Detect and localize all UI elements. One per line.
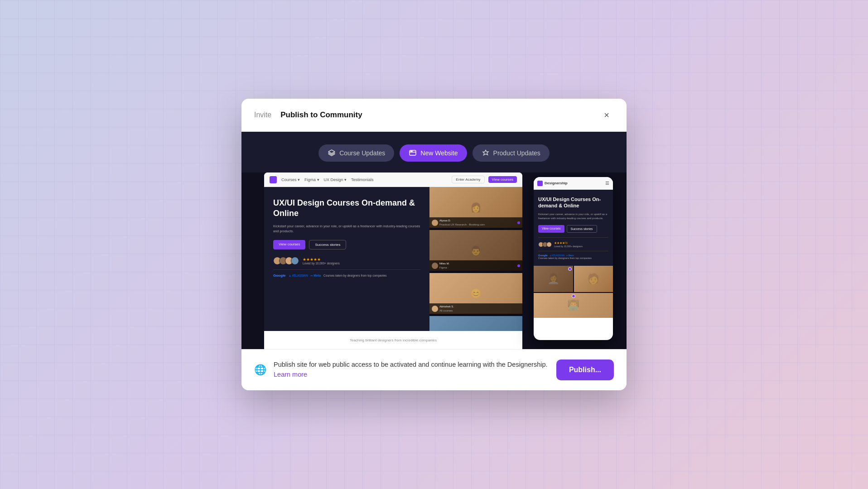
mobile-photo-cell-1: 👩‍💼 bbox=[534, 266, 573, 292]
mockup-hero-title: UX/UI Design Courses On-demand & Online bbox=[273, 198, 420, 219]
avatar-4 bbox=[291, 257, 299, 265]
mobile-photo-cell-2: 🧑 bbox=[574, 266, 613, 292]
avatar-group bbox=[273, 257, 299, 265]
close-button[interactable]: × bbox=[599, 108, 614, 122]
modal-title: Publish to Community bbox=[280, 110, 362, 120]
mobile-mockup: Designership ☰ UX/UI Design Courses On-d… bbox=[534, 177, 613, 340]
product-updates-icon bbox=[482, 149, 490, 157]
photo-badge-1 bbox=[568, 267, 572, 271]
user-photo-1: 👩 Alyssa D. Practical UX Research · Book… bbox=[429, 187, 522, 228]
mobile-navbar: Designership ☰ bbox=[534, 177, 613, 190]
product-updates-label: Product Updates bbox=[493, 149, 540, 157]
footer-description: Publish site for web public access to be… bbox=[274, 360, 549, 380]
company-logos: Google ▲ ATLASSIAN ∞ Meta Courses taken … bbox=[273, 269, 420, 278]
new-website-icon bbox=[409, 149, 417, 157]
atlassian-logo: ▲ ATLASSIAN bbox=[289, 274, 308, 277]
mockup-logo bbox=[270, 176, 277, 183]
user-photo-2: 👨 Miles M. Figma · bbox=[429, 230, 522, 271]
publish-modal: Invite Publish to Community × Course Upd… bbox=[241, 99, 627, 390]
meta-logo: ∞ Meta bbox=[310, 274, 321, 277]
mockup-hero-right: 👩 Alyssa D. Practical UX Research · Book… bbox=[429, 187, 522, 349]
modal-content-area: Course Updates New Website bbox=[241, 132, 627, 349]
modal-footer: 🌐 Publish site for web public access to … bbox=[241, 349, 627, 390]
mobile-buttons: View courses Success stories bbox=[538, 225, 608, 233]
tab-new-website[interactable]: New Website bbox=[400, 144, 467, 162]
mobile-company-logos: Google ▲ATLASSIAN ∞ Meta bbox=[538, 251, 608, 257]
tab-product-updates[interactable]: Product Updates bbox=[473, 144, 550, 162]
modal-header: Invite Publish to Community × bbox=[241, 99, 627, 132]
mockup-nav-right: Enter Academy View courses bbox=[452, 176, 517, 183]
svg-point-2 bbox=[412, 151, 412, 151]
google-logo: Google bbox=[273, 273, 286, 278]
desktop-mockup: Courses ▾ Figma ▾ UX Design ▾ Testimonia… bbox=[264, 173, 522, 349]
mobile-photo-grid: 👩‍💼 🧑 👨‍💻 bbox=[534, 266, 613, 318]
course-updates-label: Course Updates bbox=[339, 149, 385, 157]
tab-bar: Course Updates New Website bbox=[241, 144, 627, 173]
mobile-social-proof: ★★★★½ Loved by 10,000+ designers bbox=[538, 237, 608, 248]
invite-tab[interactable]: Invite bbox=[254, 111, 271, 119]
mobile-hero-subtitle: Kickstart your career, advance in your r… bbox=[538, 212, 608, 221]
mobile-company-text: Courses taken by designers from top comp… bbox=[538, 257, 608, 259]
mobile-atlassian: ▲ATLASSIAN bbox=[550, 254, 564, 257]
star-rating: ★★★★★ Loved by 10,000+ designers bbox=[303, 257, 340, 265]
svg-point-1 bbox=[411, 151, 411, 151]
mob-avatar-3 bbox=[546, 242, 552, 247]
mobile-avatar-group bbox=[538, 242, 552, 247]
publish-button[interactable]: Publish... bbox=[556, 360, 614, 380]
social-proof: ★★★★★ Loved by 10,000+ designers bbox=[273, 257, 420, 265]
mobile-hero-title: UX/UI Design Courses On-demand & Online bbox=[538, 196, 608, 209]
mobile-meta: ∞ Meta bbox=[566, 254, 574, 257]
nav-testimonials: Testimonials bbox=[351, 177, 374, 182]
view-courses-btn: View courses bbox=[488, 176, 517, 183]
mobile-hamburger: ☰ bbox=[605, 181, 609, 186]
success-stories-btn: Success stories bbox=[309, 240, 346, 249]
mockup-nav-items: Courses ▾ Figma ▾ UX Design ▾ Testimonia… bbox=[281, 177, 374, 182]
course-updates-icon bbox=[328, 149, 336, 157]
mobile-google: Google bbox=[538, 254, 548, 257]
mockup-hero-buttons: View courses Success stories bbox=[273, 240, 420, 249]
mockup-hero: UX/UI Design Courses On-demand & Online … bbox=[264, 187, 522, 349]
mockup-hero-subtitle: Kickstart your career, advance in your r… bbox=[273, 224, 420, 234]
nav-figma: Figma ▾ bbox=[304, 177, 319, 182]
mobile-rating: ★★★★½ Loved by 10,000+ designers bbox=[554, 241, 583, 248]
mockup-navbar: Courses ▾ Figma ▾ UX Design ▾ Testimonia… bbox=[264, 173, 522, 187]
mobile-view-courses: View courses bbox=[538, 225, 564, 233]
mobile-hero: UX/UI Design Courses On-demand & Online … bbox=[534, 190, 613, 266]
new-website-label: New Website bbox=[420, 149, 458, 157]
user-photo-3: 😊 Abhishek S. All courses bbox=[429, 273, 522, 314]
tab-course-updates[interactable]: Course Updates bbox=[318, 144, 394, 162]
mockup-bottom-strip: Teaching brilliant designers from incred… bbox=[264, 331, 522, 349]
mobile-success-stories: Success stories bbox=[567, 225, 597, 233]
globe-icon: 🌐 bbox=[254, 364, 266, 376]
mobile-photo-cell-wide: 👨‍💻 bbox=[534, 293, 613, 318]
preview-area: Courses ▾ Figma ▾ UX Design ▾ Testimonia… bbox=[241, 173, 627, 349]
mockup-hero-left: UX/UI Design Courses On-demand & Online … bbox=[264, 187, 429, 349]
nav-uxdesign: UX Design ▾ bbox=[324, 177, 347, 182]
enter-academy-btn: Enter Academy bbox=[452, 176, 484, 183]
photo-badge-2 bbox=[572, 294, 575, 298]
mobile-app-name: Designership bbox=[545, 181, 568, 185]
nav-courses: Courses ▾ bbox=[281, 177, 300, 182]
learn-more-link[interactable]: Learn more bbox=[274, 371, 307, 378]
view-courses-hero-btn: View courses bbox=[273, 240, 305, 249]
